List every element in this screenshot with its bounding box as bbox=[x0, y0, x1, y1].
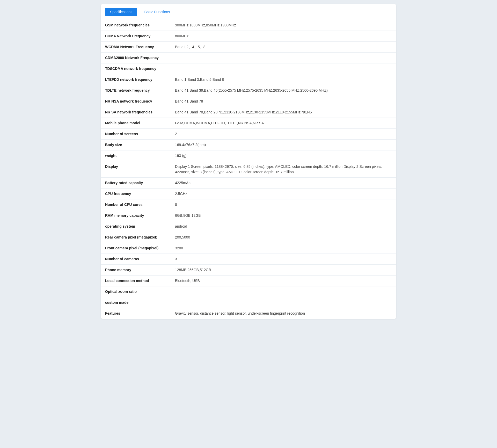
spec-label: Body size bbox=[101, 140, 171, 150]
table-row: TDSCDMA network frequency bbox=[101, 63, 396, 74]
spec-value: 193 (g) bbox=[171, 150, 396, 161]
spec-label: Number of cameras bbox=[101, 254, 171, 265]
spec-value: 2.5GHz bbox=[171, 189, 396, 199]
spec-label: TDLTE network frequency bbox=[101, 85, 171, 96]
spec-label: NR NSA network frequency bbox=[101, 96, 171, 107]
spec-value: 900MHz,1800MHz,850MHz,1900MHz bbox=[171, 20, 396, 31]
table-row: NR NSA network frequencyBand 41,Band 78 bbox=[101, 96, 396, 107]
tab-specifications[interactable]: Specifications bbox=[105, 8, 137, 16]
spec-label: Phone memory bbox=[101, 265, 171, 276]
table-row: Body size169.4×76×7.2(mm) bbox=[101, 140, 396, 150]
main-container: Specifications Basic Functions GSM netwo… bbox=[101, 4, 396, 319]
spec-label: custom made bbox=[101, 297, 171, 308]
spec-value: 8 bbox=[171, 199, 396, 210]
spec-label: TDSCDMA network frequency bbox=[101, 63, 171, 74]
spec-label: GSM network frequencies bbox=[101, 20, 171, 31]
spec-value: Band I,2、4、5、8 bbox=[171, 42, 396, 53]
table-row: Number of cameras3 bbox=[101, 254, 396, 265]
spec-value: 800MHz bbox=[171, 31, 396, 42]
spec-value bbox=[171, 297, 396, 308]
table-row: Number of CPU cores8 bbox=[101, 199, 396, 210]
table-row: Front camera pixel (megapixel)3200 bbox=[101, 243, 396, 254]
spec-value: android bbox=[171, 221, 396, 232]
spec-label: CPU frequency bbox=[101, 189, 171, 199]
spec-value: 6GB,8GB,12GB bbox=[171, 210, 396, 221]
table-row: Local connection methodBluetooth, USB bbox=[101, 276, 396, 286]
spec-label: Number of CPU cores bbox=[101, 199, 171, 210]
table-row: GSM network frequencies900MHz,1800MHz,85… bbox=[101, 20, 396, 31]
table-row: custom made bbox=[101, 297, 396, 308]
spec-label: Features bbox=[101, 308, 171, 319]
spec-value: 169.4×76×7.2(mm) bbox=[171, 140, 396, 150]
table-row: TDLTE network frequencyBand 41,Band 39,B… bbox=[101, 85, 396, 96]
table-row: Mobile phone modelGSM,CDMA,WCDMA,LTEFDD,… bbox=[101, 118, 396, 129]
spec-value: Display 1 Screen pixels: 1188×2970, size… bbox=[171, 161, 396, 178]
spec-label: Battery rated capacity bbox=[101, 178, 171, 189]
table-row: weight193 (g) bbox=[101, 150, 396, 161]
spec-label: LTEFDD network frequency bbox=[101, 74, 171, 85]
table-row: CPU frequency2.5GHz bbox=[101, 189, 396, 199]
tab-bar: Specifications Basic Functions bbox=[101, 4, 396, 20]
spec-value: Band 41,Band 78 bbox=[171, 96, 396, 107]
spec-value: 3 bbox=[171, 254, 396, 265]
spec-label: Number of screens bbox=[101, 129, 171, 140]
table-row: Optical zoom ratio bbox=[101, 286, 396, 297]
spec-label: weight bbox=[101, 150, 171, 161]
spec-value: Gravity sensor, distance sensor, light s… bbox=[171, 308, 396, 319]
table-row: Battery rated capacity4225mAh bbox=[101, 178, 396, 189]
spec-value: Band 1,Band 3,Band 5,Band 8 bbox=[171, 74, 396, 85]
spec-value: Band 41,Band 78,Band 28,N1,2110-2130MHz,… bbox=[171, 107, 396, 118]
spec-label: Optical zoom ratio bbox=[101, 286, 171, 297]
spec-value: Bluetooth, USB bbox=[171, 276, 396, 286]
table-row: Number of screens2 bbox=[101, 129, 396, 140]
table-row: RAM memory capacity6GB,8GB,12GB bbox=[101, 210, 396, 221]
spec-value bbox=[171, 286, 396, 297]
tab-basic-functions[interactable]: Basic Functions bbox=[139, 8, 175, 16]
table-row: WCDMA Network FrequencyBand I,2、4、5、8 bbox=[101, 42, 396, 53]
spec-label: Local connection method bbox=[101, 276, 171, 286]
spec-value bbox=[171, 63, 396, 74]
table-row: Rear camera pixel (megapixel)200,5000 bbox=[101, 232, 396, 243]
table-row: CDMA2000 Network Frequency bbox=[101, 53, 396, 63]
table-row: Phone memory128MB,256GB,512GB bbox=[101, 265, 396, 276]
spec-value: GSM,CDMA,WCDMA,LTEFDD,TDLTE,NR NSA,NR SA bbox=[171, 118, 396, 129]
table-row: CDMA Network Frequency800MHz bbox=[101, 31, 396, 42]
table-row: LTEFDD network frequencyBand 1,Band 3,Ba… bbox=[101, 74, 396, 85]
spec-value: Band 41,Band 39,Band 40(2555-2575 MHZ,25… bbox=[171, 85, 396, 96]
specs-table: GSM network frequencies900MHz,1800MHz,85… bbox=[101, 20, 396, 319]
spec-value: 2 bbox=[171, 129, 396, 140]
spec-label: Front camera pixel (megapixel) bbox=[101, 243, 171, 254]
spec-value: 200,5000 bbox=[171, 232, 396, 243]
spec-label: Mobile phone model bbox=[101, 118, 171, 129]
table-row: operating systemandroid bbox=[101, 221, 396, 232]
spec-label: NR SA network frequencies bbox=[101, 107, 171, 118]
spec-value: 4225mAh bbox=[171, 178, 396, 189]
table-row: NR SA network frequenciesBand 41,Band 78… bbox=[101, 107, 396, 118]
table-row: FeaturesGravity sensor, distance sensor,… bbox=[101, 308, 396, 319]
spec-label: CDMA2000 Network Frequency bbox=[101, 53, 171, 63]
spec-value: 3200 bbox=[171, 243, 396, 254]
spec-label: operating system bbox=[101, 221, 171, 232]
spec-label: Rear camera pixel (megapixel) bbox=[101, 232, 171, 243]
spec-value bbox=[171, 53, 396, 63]
spec-label: CDMA Network Frequency bbox=[101, 31, 171, 42]
spec-label: RAM memory capacity bbox=[101, 210, 171, 221]
spec-label: WCDMA Network Frequency bbox=[101, 42, 171, 53]
spec-label: Display bbox=[101, 161, 171, 178]
spec-value: 128MB,256GB,512GB bbox=[171, 265, 396, 276]
table-row: DisplayDisplay 1 Screen pixels: 1188×297… bbox=[101, 161, 396, 178]
